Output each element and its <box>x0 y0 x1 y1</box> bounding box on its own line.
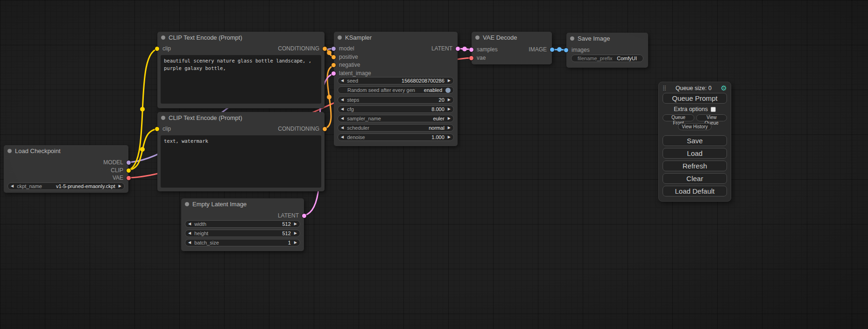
collapse-dot-icon[interactable] <box>475 35 480 40</box>
width-widget[interactable]: ◀ width 512 ▶ <box>185 220 300 228</box>
conditioning-output-dot[interactable] <box>323 47 327 51</box>
decrement-arrow-icon[interactable]: ◀ <box>188 222 191 226</box>
vae-input-dot[interactable] <box>469 56 473 60</box>
node-ksampler[interactable]: KSampler model positive negative latent_… <box>334 32 458 146</box>
increment-arrow-icon[interactable]: ▶ <box>448 126 451 130</box>
latent-image-input-dot[interactable] <box>332 71 336 76</box>
widget-value: 1.000 <box>431 134 445 140</box>
link-midpoint-dot <box>140 147 145 152</box>
height-widget[interactable]: ◀ height 512 ▶ <box>185 230 300 237</box>
view-queue-button[interactable]: View Queue <box>696 114 727 121</box>
node-header[interactable]: Load Checkpoint <box>4 145 128 156</box>
load-button[interactable]: Load <box>663 148 727 159</box>
model-output-dot[interactable] <box>127 161 131 165</box>
widget-value: enabled <box>424 87 442 93</box>
node-save-image[interactable]: Save Image images filename_prefix ComfyU… <box>566 33 648 68</box>
images-input-dot[interactable] <box>564 48 568 52</box>
scheduler-widget[interactable]: ◀ scheduler normal ▶ <box>338 124 454 132</box>
collapse-dot-icon[interactable] <box>161 35 165 40</box>
slot-label: IMAGE <box>529 46 547 53</box>
graph-canvas[interactable]: Load Checkpoint MODEL CLIP VAE ◀ ckpt_na… <box>0 0 868 329</box>
samples-input-dot[interactable] <box>469 48 473 52</box>
refresh-button[interactable]: Refresh <box>663 161 727 171</box>
random-seed-toggle-widget[interactable]: Random seed after every gen enabled <box>338 86 454 94</box>
load-default-button[interactable]: Load Default <box>663 186 727 196</box>
collapse-dot-icon[interactable] <box>338 35 342 40</box>
increment-arrow-icon[interactable]: ▶ <box>448 135 451 139</box>
clip-input-dot[interactable] <box>155 127 159 131</box>
decrement-arrow-icon[interactable]: ◀ <box>11 184 14 188</box>
decrement-arrow-icon[interactable]: ◀ <box>341 98 344 102</box>
node-header[interactable]: Empty Latent Image <box>181 198 304 210</box>
queue-front-button[interactable]: Queue Front <box>663 114 694 121</box>
positive-prompt-textarea[interactable]: beautiful scenery nature glass bottle la… <box>161 55 321 104</box>
decrement-arrow-icon[interactable]: ◀ <box>188 231 191 235</box>
view-history-button[interactable]: View History <box>678 123 711 130</box>
clip-input-dot[interactable] <box>155 47 159 51</box>
queue-prompt-button[interactable]: Queue Prompt <box>663 93 727 104</box>
increment-arrow-icon[interactable]: ▶ <box>294 241 297 245</box>
node-header[interactable]: VAE Decode <box>472 32 552 43</box>
node-header[interactable]: Save Image <box>566 33 648 44</box>
collapse-dot-icon[interactable] <box>7 149 12 153</box>
node-header[interactable]: KSampler <box>334 32 458 43</box>
image-output-dot[interactable] <box>550 48 554 52</box>
increment-arrow-icon[interactable]: ▶ <box>294 222 297 226</box>
ckpt-name-widget[interactable]: ◀ ckpt_name v1-5-pruned-emaonly.ckpt ▶ <box>7 182 125 190</box>
toggle-knob-icon[interactable] <box>445 88 451 93</box>
widget-value: 512 <box>282 231 290 236</box>
latent-output-dot[interactable] <box>302 214 306 218</box>
vae-output-dot[interactable] <box>127 176 131 180</box>
negative-input-dot[interactable] <box>332 63 336 67</box>
increment-arrow-icon[interactable]: ▶ <box>448 117 451 120</box>
slot-label: VAE <box>113 175 123 181</box>
steps-widget[interactable]: ◀ steps 20 ▶ <box>338 96 454 104</box>
slot-label: clip <box>162 126 171 132</box>
images-input-slot: images <box>564 47 590 53</box>
node-header[interactable]: CLIP Text Encode (Prompt) <box>157 32 325 43</box>
model-input-dot[interactable] <box>332 47 336 51</box>
increment-arrow-icon[interactable]: ▶ <box>119 184 121 188</box>
queue-actions-row: Queue Front View Queue <box>663 114 727 121</box>
negative-prompt-textarea[interactable]: text, watermark <box>161 135 321 188</box>
node-empty-latent-image[interactable]: Empty Latent Image LATENT ◀ width 512 ▶ … <box>181 198 304 251</box>
conditioning-output-dot[interactable] <box>323 127 327 131</box>
widget-value: v1-5-pruned-emaonly.ckpt <box>56 183 115 189</box>
node-clip-text-encode-positive[interactable]: CLIP Text Encode (Prompt) clip CONDITION… <box>157 32 325 108</box>
increment-arrow-icon[interactable]: ▶ <box>448 98 451 102</box>
sampler-name-widget[interactable]: ◀ sampler_name euler ▶ <box>338 115 454 122</box>
increment-arrow-icon[interactable]: ▶ <box>294 231 297 235</box>
increment-arrow-icon[interactable]: ▶ <box>448 79 451 83</box>
positive-input-slot: positive <box>332 54 358 60</box>
gear-icon[interactable]: ⚙ <box>721 84 727 91</box>
positive-input-dot[interactable] <box>332 55 336 59</box>
collapse-dot-icon[interactable] <box>161 116 165 120</box>
decrement-arrow-icon[interactable]: ◀ <box>341 107 344 111</box>
decrement-arrow-icon[interactable]: ◀ <box>341 135 344 139</box>
node-title: KSampler <box>345 34 372 41</box>
save-button[interactable]: Save <box>663 135 727 146</box>
denoise-widget[interactable]: ◀ denoise 1.000 ▶ <box>338 133 454 141</box>
decrement-arrow-icon[interactable]: ◀ <box>341 79 344 83</box>
collapse-dot-icon[interactable] <box>570 36 574 41</box>
node-vae-decode[interactable]: VAE Decode samples vae IMAGE <box>472 32 552 64</box>
conditioning-output-slot: CONDITIONING <box>278 45 327 52</box>
filename-prefix-widget[interactable]: filename_prefix ComfyUI <box>571 55 643 62</box>
model-output-slot: MODEL <box>103 159 131 166</box>
decrement-arrow-icon[interactable]: ◀ <box>341 126 344 130</box>
decrement-arrow-icon[interactable]: ◀ <box>341 117 344 120</box>
clip-output-dot[interactable] <box>127 168 131 173</box>
collapse-dot-icon[interactable] <box>185 202 189 206</box>
cfg-widget[interactable]: ◀ cfg 8.000 ▶ <box>338 105 454 113</box>
extra-options-checkbox[interactable] <box>711 107 716 112</box>
decrement-arrow-icon[interactable]: ◀ <box>188 241 191 245</box>
clear-button[interactable]: Clear <box>663 173 727 184</box>
node-clip-text-encode-negative[interactable]: CLIP Text Encode (Prompt) clip CONDITION… <box>157 112 325 191</box>
latent-output-dot[interactable] <box>456 47 460 51</box>
batch-size-widget[interactable]: ◀ batch_size 1 ▶ <box>185 239 300 246</box>
node-header[interactable]: CLIP Text Encode (Prompt) <box>157 112 325 123</box>
node-load-checkpoint[interactable]: Load Checkpoint MODEL CLIP VAE ◀ ckpt_na… <box>4 145 128 193</box>
seed-widget[interactable]: ◀ seed 156680208700286 ▶ <box>338 77 454 84</box>
drag-handle-icon[interactable]: ⣿ <box>663 85 666 91</box>
increment-arrow-icon[interactable]: ▶ <box>448 107 451 111</box>
